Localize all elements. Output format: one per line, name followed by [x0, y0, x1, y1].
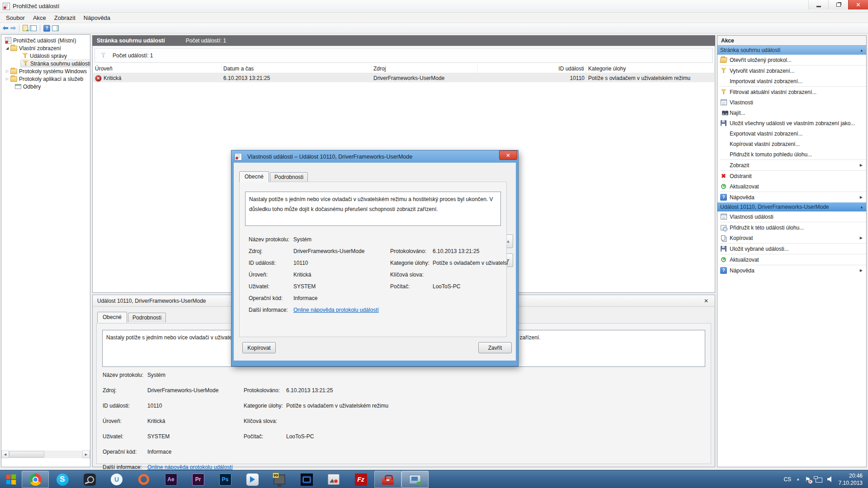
menu-soubor[interactable]: Soubor [2, 13, 29, 23]
action-copy-custom-view[interactable]: Kopírovat vlastní zobrazení... [717, 139, 866, 149]
action-properties[interactable]: Vlastnosti [717, 97, 866, 108]
forward-icon[interactable]: ➡ [10, 24, 16, 32]
start-button[interactable] [0, 470, 22, 488]
show-hidden-icons-icon[interactable]: ▲ [796, 477, 800, 481]
action-export-custom-view[interactable]: Exportovat vlastní zobrazení... [717, 128, 866, 139]
taskbar-filezilla[interactable]: Fz [347, 471, 374, 488]
action-delete[interactable]: ✖ Odstranit [717, 171, 866, 181]
tree-item-custom-views[interactable]: ◢ Vlastní zobrazení [1, 44, 90, 52]
scroll-right-button[interactable]: ▶ [82, 450, 90, 458]
action-refresh[interactable]: Aktualizovat [717, 181, 866, 192]
help-icon[interactable]: ? [43, 25, 50, 32]
online-help-link[interactable]: Online nápověda protokolu událostí [147, 464, 233, 470]
dialog-close-button[interactable]: ✕ [499, 150, 517, 160]
restore-button[interactable] [828, 0, 848, 9]
column-header-source[interactable]: Zdroj [372, 64, 478, 73]
action-attach-task-to-event[interactable]: Přidružit k této události úlohu... [717, 222, 866, 233]
taskbar-remote-monitor[interactable] [293, 471, 320, 488]
minimize-button[interactable] [808, 0, 828, 9]
collapse-section-icon[interactable]: ▲ [860, 205, 863, 209]
preview-close-icon[interactable]: ✕ [702, 298, 710, 304]
column-header-datetime[interactable]: Datum a čas [222, 64, 372, 73]
menu-zobrazit[interactable]: Zobrazit [50, 13, 80, 23]
tree-item-label: Vlastní zobrazení [19, 45, 61, 52]
taskbar-skype[interactable]: S [49, 471, 76, 488]
action-help-event[interactable]: ? Nápověda ▶ [717, 265, 866, 276]
actions-section-event[interactable]: Událost 10110, DriverFrameworks-UserMode… [717, 202, 866, 211]
actions-section-summary-page[interactable]: Stránka souhrnu událostí ▲ [717, 46, 866, 55]
action-import-custom-view[interactable]: Importovat vlastní zobrazení... [717, 76, 866, 86]
tree-item-root[interactable]: Prohlížeč událostí (Místní) [1, 37, 90, 44]
taskbar-premiere[interactable]: Pr [184, 471, 212, 488]
taskbar-steam[interactable] [76, 471, 103, 488]
action-refresh-event[interactable]: Aktualizovat [717, 254, 866, 265]
label-log-name: Název protokolu: [103, 372, 143, 378]
scrollbar-thumb[interactable] [9, 451, 44, 458]
menu-akce[interactable]: Akce [29, 13, 50, 23]
column-header-event-id[interactable]: ID události [478, 64, 586, 73]
taskbar-fps-counter[interactable]: 99 [266, 471, 293, 488]
preview-tab-details[interactable]: Podrobnosti [128, 313, 166, 322]
label-keywords: Klíčová slova: [390, 272, 424, 278]
action-attach-task-to-view[interactable]: Přidružit k tomuto pohledu úlohu... [717, 149, 866, 160]
dialog-message-box[interactable]: Nastaly potíže s jedním nebo více ovlada… [245, 192, 501, 226]
results-header: Stránka souhrnu událostí Počet událostí:… [92, 35, 715, 46]
volume-icon[interactable] [827, 476, 834, 483]
tree-item-summary-page[interactable]: Stránka souhrnu událostí [1, 60, 90, 67]
online-help-link[interactable]: Online nápověda protokolu událostí [293, 307, 379, 313]
tray-clock[interactable]: 20:46 7.10.2013 [839, 472, 863, 487]
close-button[interactable]: ✕ [848, 0, 868, 9]
network-icon[interactable] [816, 478, 822, 483]
action-find[interactable]: Najít... [717, 108, 866, 118]
taskbar-origin[interactable] [130, 471, 157, 488]
tree-item-admin-events[interactable]: Události správy [1, 52, 90, 60]
action-open-saved-log[interactable]: Otevřít uložený protokol... [717, 55, 866, 65]
taskbar-photoshop[interactable]: Ps [212, 471, 239, 488]
action-view[interactable]: Zobrazit ▶ [717, 160, 866, 170]
language-indicator[interactable]: CS [783, 476, 791, 483]
taskbar-screenshot-tool[interactable] [320, 471, 347, 488]
action-event-properties[interactable]: Vlastnosti události [717, 211, 866, 222]
action-label: Přidružit k tomuto pohledu úlohu... [730, 151, 812, 158]
tree-item-subscriptions[interactable]: Odběry [1, 83, 90, 90]
action-create-custom-view[interactable]: Vytvořit vlastní zobrazení... [717, 66, 866, 76]
tree-item-app-logs[interactable]: ▷ Protokoly aplikací a služeb [1, 75, 90, 83]
collapse-icon[interactable]: ◢ [5, 46, 9, 50]
column-header-level[interactable]: Úroveň [93, 64, 222, 73]
copy-button[interactable]: Kopírovat [242, 342, 276, 353]
back-icon[interactable]: ⬅ [3, 24, 9, 32]
delete-icon: ✖ [721, 173, 726, 179]
scrollbar-track[interactable] [9, 450, 82, 458]
taskbar-after-effects[interactable]: Ae [157, 471, 184, 488]
dialog-tab-general[interactable]: Obecné [239, 171, 269, 182]
minimize-icon [816, 6, 821, 7]
filter-summary-bar[interactable]: Počet událostí: 1 [94, 48, 713, 63]
expand-icon[interactable]: ▷ [5, 77, 9, 81]
scroll-left-button[interactable]: ◀ [1, 450, 9, 458]
taskbar-uplay[interactable]: U [103, 471, 130, 488]
dialog-tab-details[interactable]: Podrobnosti [270, 172, 308, 182]
taskbar-remote-connection[interactable] [401, 471, 429, 488]
action-center-flag-icon[interactable]: ⚑✕ [805, 476, 811, 483]
action-help[interactable]: ? Nápověda ▶ [717, 192, 866, 202]
label-level: Úroveň: [249, 272, 268, 278]
collapse-section-icon[interactable]: ▲ [860, 48, 863, 52]
taskbar-event-viewer[interactable] [374, 471, 401, 488]
export-list-icon[interactable] [23, 25, 28, 31]
tree-horizontal-scrollbar[interactable]: ◀ ▶ [1, 450, 90, 458]
action-copy[interactable]: Kopírovat ▶ [717, 233, 866, 243]
close-dialog-button[interactable]: Zavřít [478, 342, 512, 353]
tree-item-windows-logs[interactable]: ▷ Protokoly systému Windows [1, 67, 90, 75]
action-save-all-events[interactable]: Uložit všechny události ve vlastním zobr… [717, 118, 866, 128]
taskbar-media-player[interactable] [239, 471, 266, 488]
column-header-category[interactable]: Kategorie úlohy [586, 64, 714, 73]
menu-napoveda[interactable]: Nápověda [80, 13, 114, 23]
show-console-tree-icon[interactable] [30, 25, 37, 31]
event-row[interactable]: ✕ Kritická 6.10.2013 13:21:25 DriverFram… [93, 73, 714, 82]
action-save-selected-events[interactable]: Uložit vybrané události... [717, 244, 866, 254]
expand-icon[interactable]: ▷ [5, 69, 9, 73]
action-filter-current-view[interactable]: Filtrovat aktuální vlastní zobrazení... [717, 87, 866, 97]
show-action-pane-icon[interactable] [52, 25, 59, 31]
taskbar-chrome[interactable] [22, 471, 49, 488]
preview-tab-general[interactable]: Obecné [97, 312, 127, 323]
